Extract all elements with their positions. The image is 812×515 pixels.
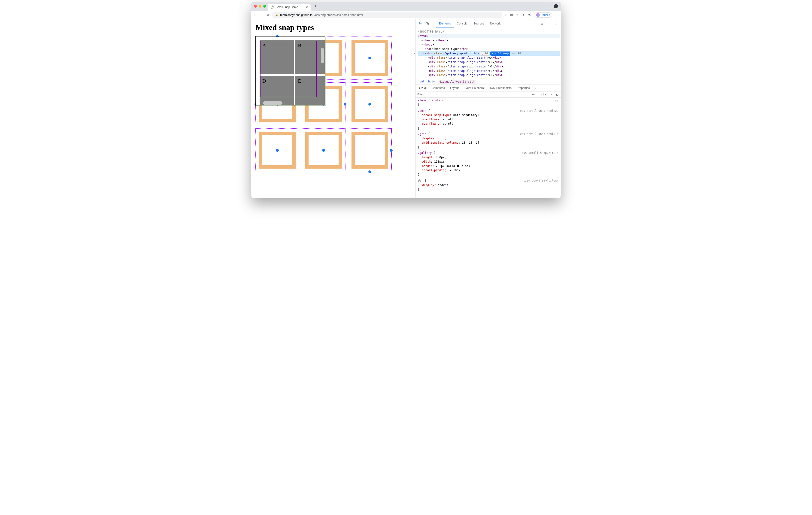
device-toolbar-icon[interactable] xyxy=(424,21,430,27)
back-button[interactable]: ← xyxy=(254,13,257,17)
close-window-icon[interactable] xyxy=(254,5,257,8)
tabs-overflow-icon[interactable]: » xyxy=(504,20,511,27)
styles-pane[interactable]: ᴬA element.style {}css-scroll-snap.html:… xyxy=(415,98,561,198)
head-node[interactable]: ▸<head>…</head> xyxy=(418,38,560,43)
vertical-scrollbar-thumb[interactable] xyxy=(321,48,324,63)
styles-subtabs: Styles Computed Layout Event Listeners D… xyxy=(415,85,561,91)
new-style-rule-button[interactable]: + xyxy=(549,92,554,96)
rule-source-link[interactable]: css-scroll-snap.html:4 xyxy=(522,151,558,155)
titlebar: Scroll Snap Demo × + xyxy=(251,2,561,10)
crumb-html[interactable]: html xyxy=(418,80,425,84)
hov-toggle[interactable]: :hov xyxy=(527,92,537,96)
toolbar: ← → ⟳ 🔒 mathiasbynens.github.io/css-dbg-… xyxy=(251,10,561,20)
window-controls xyxy=(254,5,266,8)
labs-icon[interactable]: ⚗ xyxy=(528,13,531,17)
dom-child-node[interactable]: <div class="item snap-align-center">B</d… xyxy=(418,60,560,64)
tab-elements[interactable]: Elements xyxy=(436,20,454,27)
snap-cell xyxy=(255,128,299,172)
scroll-snap-overlay: A B D E xyxy=(255,36,399,179)
kebab-menu-icon[interactable]: ⋮ xyxy=(546,22,552,25)
subtab-event-listeners[interactable]: Event Listeners xyxy=(461,85,486,91)
snapport-outline xyxy=(260,41,317,97)
maximize-window-icon[interactable] xyxy=(263,5,266,8)
rule-source-link[interactable]: css-scroll-snap.html:15 xyxy=(520,132,558,136)
dom-child-node[interactable]: <div class="item snap-align-center">D</d… xyxy=(418,69,560,73)
devtools-tabs: Elements Console Sources Network » xyxy=(436,20,511,27)
svg-point-0 xyxy=(271,6,273,8)
tab-network[interactable]: Network xyxy=(487,20,503,27)
style-rule[interactable]: user agent stylesheetdiv {display: block… xyxy=(415,178,561,192)
rendered-page[interactable]: Mixed snap types A B D xyxy=(251,20,415,198)
tab-title: Scroll Snap Demo xyxy=(276,5,298,9)
favicon-icon xyxy=(271,5,274,9)
qr-icon[interactable]: ▦ xyxy=(510,13,513,17)
close-tab-icon[interactable]: × xyxy=(306,5,308,9)
scroll-container[interactable]: A B D E xyxy=(255,36,325,106)
snap-cell xyxy=(348,82,392,126)
toggle-sidebar-icon[interactable]: ◧ xyxy=(555,92,559,96)
content-area: Mixed snap types A B D xyxy=(251,20,561,198)
subtab-properties[interactable]: Properties xyxy=(514,85,532,91)
paused-label: Paused xyxy=(541,13,550,17)
horizontal-scrollbar-thumb[interactable] xyxy=(263,102,283,105)
extensions-icon[interactable]: ✦ xyxy=(522,13,525,17)
devtools-toolbar: Elements Console Sources Network » ⚙ ⋮ ✕ xyxy=(415,20,561,28)
rule-source-link[interactable]: user agent stylesheet xyxy=(523,178,558,183)
settings-gear-icon[interactable]: ⚙ xyxy=(539,22,545,25)
snap-cell xyxy=(301,128,346,172)
browser-window: Scroll Snap Demo × + ← → ⟳ 🔒 mathiasbyne… xyxy=(251,2,561,198)
url-domain: mathiasbynens.github.io xyxy=(280,13,313,17)
dom-child-node[interactable]: <div class="item snap-align-center">C</d… xyxy=(418,64,560,69)
style-rule[interactable]: element.style {} xyxy=(415,98,561,108)
h3-node[interactable]: <h3>Mixed snap types</h3> xyxy=(418,47,560,51)
grid-badge[interactable]: grid xyxy=(480,52,490,56)
breadcrumb[interactable]: html body div.gallery.grid.both xyxy=(415,79,561,85)
tab-sources[interactable]: Sources xyxy=(471,20,487,27)
dom-tree[interactable]: <!DOCTYPE html> <html> ▸<head>…</head> ▾… xyxy=(415,28,561,79)
browser-tab[interactable]: Scroll Snap Demo × xyxy=(268,4,311,10)
html-node[interactable]: <html> xyxy=(418,34,560,38)
kebab-menu-icon[interactable]: ⋮ xyxy=(555,13,558,17)
avatar-icon xyxy=(536,13,540,17)
url-path: /css-dbg-stories/css-scroll-snap.html xyxy=(314,13,363,17)
doctype-node: <!DOCTYPE html> xyxy=(418,30,560,34)
reload-button[interactable]: ⟳ xyxy=(267,13,269,17)
subtab-styles[interactable]: Styles xyxy=(416,85,429,91)
snap-cell xyxy=(348,36,392,80)
devices-icon[interactable]: ⎚ xyxy=(505,13,507,17)
cls-toggle[interactable]: .cls xyxy=(538,92,548,96)
bookmark-icon[interactable]: ☆ xyxy=(516,13,519,17)
tab-console[interactable]: Console xyxy=(454,20,470,27)
svg-rect-2 xyxy=(427,23,429,25)
subtab-dom-breakpoints[interactable]: DOM Breakpoints xyxy=(486,85,514,91)
lock-icon: 🔒 xyxy=(275,13,278,17)
forward-button[interactable]: → xyxy=(260,13,263,17)
styles-filter-input[interactable] xyxy=(417,92,526,97)
page-title: Mixed snap types xyxy=(255,23,411,32)
crumb-body[interactable]: body xyxy=(428,80,435,84)
snap-cell xyxy=(348,128,392,172)
subtab-computed[interactable]: Computed xyxy=(429,85,447,91)
inspect-element-icon[interactable] xyxy=(417,21,423,27)
style-rule[interactable]: css-scroll-snap.html:4.gallery {height: … xyxy=(415,150,561,178)
subtab-layout[interactable]: Layout xyxy=(448,85,461,91)
rule-source-link[interactable]: css-scroll-snap.html:29 xyxy=(520,109,558,113)
style-rule[interactable]: css-scroll-snap.html:15.grid {display: g… xyxy=(415,131,561,150)
devtools-panel: Elements Console Sources Network » ⚙ ⋮ ✕… xyxy=(415,20,561,198)
close-devtools-icon[interactable]: ✕ xyxy=(553,22,559,25)
profile-paused-pill[interactable]: Paused xyxy=(534,12,552,18)
style-rule[interactable]: css-scroll-snap.html:29.both {scroll-sna… xyxy=(415,108,561,132)
address-bar[interactable]: 🔒 mathiasbynens.github.io/css-dbg-storie… xyxy=(272,12,502,18)
selected-gallery-node[interactable]: ⋯ ▾<div class="gallery grid both">gridsc… xyxy=(418,51,560,56)
account-indicator-icon[interactable] xyxy=(554,4,558,8)
body-node[interactable]: ▾<body> xyxy=(418,42,560,47)
dom-child-node[interactable]: <div class="item snap-align-start">A</di… xyxy=(418,56,560,60)
crumb-selected[interactable]: div.gallery.grid.both xyxy=(439,80,475,84)
subtabs-overflow-icon[interactable]: » xyxy=(532,85,539,91)
scroll-snap-badge[interactable]: scroll-snap xyxy=(490,52,511,56)
new-tab-button[interactable]: + xyxy=(314,4,317,9)
styles-filter-row: :hov .cls + ◧ xyxy=(415,91,561,98)
minimize-window-icon[interactable] xyxy=(259,5,261,8)
dom-child-node[interactable]: <div class="item snap-align-center">E</d… xyxy=(418,73,560,77)
